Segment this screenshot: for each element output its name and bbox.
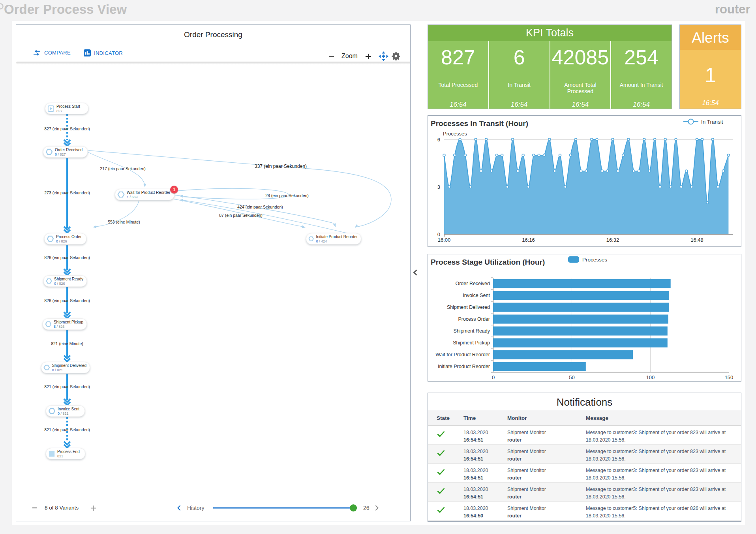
svg-text:50: 50: [569, 374, 574, 380]
svg-text:16:16: 16:16: [522, 237, 535, 243]
svg-text:0: 0: [492, 374, 495, 380]
svg-text:16:00: 16:00: [438, 237, 451, 243]
svg-text:Wait for Product Reorder: Wait for Product Reorder: [435, 352, 490, 357]
svg-text:Shipment Pickup: Shipment Pickup: [453, 340, 490, 346]
svg-text:Processes: Processes: [582, 257, 607, 263]
svg-text:Order Received: Order Received: [455, 281, 490, 286]
svg-text:Shipment Delivered: Shipment Delivered: [447, 305, 490, 310]
svg-text:6: 6: [437, 137, 440, 143]
svg-text:0: 0: [437, 231, 440, 237]
svg-text:Invoice Sent: Invoice Sent: [463, 293, 490, 298]
svg-text:16:32: 16:32: [606, 237, 619, 243]
svg-text:Initiate Product Reorder: Initiate Product Reorder: [438, 364, 490, 369]
svg-text:Shipment Ready: Shipment Ready: [454, 328, 490, 334]
svg-text:150: 150: [725, 374, 733, 380]
svg-text:16:48: 16:48: [690, 237, 703, 243]
svg-text:3: 3: [437, 184, 440, 190]
svg-text:In Transit: In Transit: [701, 119, 723, 125]
svg-text:Processes: Processes: [443, 131, 467, 137]
svg-text:100: 100: [646, 374, 655, 380]
svg-text:Process Order: Process Order: [458, 316, 490, 322]
